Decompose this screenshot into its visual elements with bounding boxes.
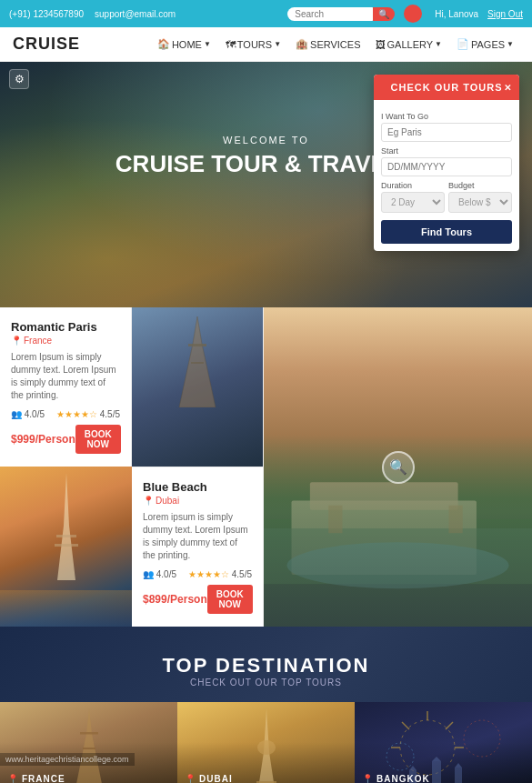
dest-name-france: 📍 FRANCE — [7, 774, 65, 783]
search-wrap[interactable]: 🔍 — [287, 7, 395, 21]
gear-settings-icon[interactable]: ⚙ — [9, 69, 29, 89]
pin-icon: 📍 — [143, 496, 154, 506]
sign-out-link[interactable]: Sign Out — [487, 9, 523, 19]
svg-line-25 — [446, 722, 453, 729]
duration-label: Duration — [381, 181, 445, 190]
dest-card-dubai[interactable]: 📍 DUBAI $999 — [177, 702, 355, 783]
chevron-down-icon: ▼ — [204, 40, 211, 48]
nav-home[interactable]: 🏠 HOME ▼ — [152, 35, 216, 54]
dest-card-bangkok[interactable]: 📍 BANGKOK $699 — [355, 702, 532, 783]
duration-select[interactable]: 2 Day 3 Day 5 Day — [381, 192, 445, 213]
chevron-down-icon: ▼ — [274, 40, 281, 48]
destination-grid: www.heritagechristiancollege.com 📍 FRANC… — [0, 702, 532, 783]
avatar — [404, 5, 422, 23]
home-icon: 🏠 — [157, 38, 170, 50]
nav-services[interactable]: 🏨 SERVICES — [290, 35, 366, 54]
start-date-input[interactable] — [381, 157, 512, 176]
top-bar-left: (+91) 1234567890 support@email.com — [9, 9, 176, 19]
chevron-down-icon: ▼ — [435, 40, 442, 48]
tour-card-burj-image — [0, 467, 132, 627]
reviews-paris: 👥 4.0/5 — [11, 409, 45, 419]
want-to-go-label: I Want To Go — [381, 112, 512, 121]
search-input[interactable] — [287, 7, 378, 21]
reviews-beach: 👥 4.0/5 — [143, 569, 176, 579]
svg-marker-32 — [432, 757, 441, 761]
svg-line-26 — [402, 722, 409, 729]
fireworks-illustration — [355, 702, 532, 783]
nav-gallery[interactable]: 🖼 GALLERY ▼ — [370, 35, 447, 54]
france-tower-illustration — [71, 707, 107, 783]
pin-icon: 📍 — [362, 774, 374, 783]
find-tours-button[interactable]: Find Tours — [381, 220, 512, 244]
top-bar: (+91) 1234567890 support@email.com 🔍 Hi,… — [0, 0, 532, 27]
rating-row-beach: 👥 4.0/5 ★★★★☆ 4.5/5 — [143, 569, 252, 579]
destination-section: TOP DESTINATION CHECK OUT OUR TOP TOURS … — [0, 627, 532, 783]
tour-title-paris: Romantic Paris — [11, 320, 120, 334]
services-icon: 🏨 — [296, 38, 308, 50]
pages-icon: 📄 — [457, 38, 469, 50]
search-button[interactable]: 🔍 — [373, 7, 395, 21]
destination-title: TOP DESTINATION — [0, 654, 532, 678]
destination-input[interactable] — [381, 123, 512, 142]
dest-card-france[interactable]: www.heritagechristiancollege.com 📍 FRANC… — [0, 702, 177, 783]
navbar: CRUISE 🏠 HOME ▼ 🗺 TOURS ▼ 🏨 SERVICES 🖼 G… — [0, 27, 532, 62]
svg-marker-30 — [409, 766, 417, 770]
svg-marker-15 — [76, 708, 102, 783]
top-bar-right: 🔍 Hi, Lanova Sign Out — [287, 5, 523, 23]
destination-subtitle: CHECK OUT OUR TOP TOURS — [0, 678, 532, 688]
price-paris: $999/Person — [11, 433, 75, 446]
search-zoom-icon[interactable]: 🔍 — [382, 451, 415, 484]
tour-location-beach: 📍 Dubai — [143, 496, 252, 506]
svg-rect-2 — [188, 344, 206, 346]
tour-location-paris: 📍 France — [11, 336, 120, 346]
dest-name-dubai: 📍 DUBAI — [185, 774, 233, 783]
tour-box-body: I Want To Go Start Duration 2 Day 3 Day … — [374, 100, 519, 251]
book-now-paris[interactable]: BOOK NOW — [75, 425, 121, 454]
tour-desc-beach: Lorem ipsum is simply dummy text. Lorem … — [143, 511, 252, 562]
nav-pages[interactable]: 📄 PAGES ▼ — [451, 35, 519, 54]
svg-point-22 — [464, 720, 500, 757]
svg-rect-33 — [455, 768, 462, 783]
svg-point-19 — [257, 740, 276, 755]
hero-section: ⚙ WELCOME TO CRUISE TOUR & TRAVELS CHECK… — [0, 62, 532, 307]
tours-grid: Romantic Paris 📍 France Lorem Ipsum is s… — [0, 307, 532, 627]
svg-rect-17 — [83, 748, 95, 749]
close-icon[interactable]: ✕ — [504, 83, 512, 93]
nav-tours[interactable]: 🗺 TOURS ▼ — [220, 35, 286, 54]
dubai-tower-illustration — [249, 707, 284, 783]
watermark: www.heritagechristiancollege.com — [0, 753, 135, 766]
svg-rect-3 — [191, 362, 204, 364]
people-icon: 👥 — [11, 409, 22, 419]
tour-title-beach: Blue Beach — [143, 480, 252, 494]
budget-select[interactable]: Below $500 $500-$1000 Above $1000 — [448, 192, 512, 213]
user-name: Hi, Lanova — [435, 9, 478, 19]
people-icon: 👥 — [143, 569, 154, 579]
price-row-paris: $999/Person BOOK NOW — [11, 425, 120, 454]
phone-number: (+91) 1234567890 — [9, 9, 84, 19]
tour-big-image: 🔍 — [264, 307, 532, 627]
rating-row-paris: 👥 4.0/5 ★★★★☆ 4.5/5 — [11, 409, 120, 419]
pin-icon: 📍 — [185, 774, 196, 783]
stars-beach: ★★★★☆ 4.5/5 — [188, 569, 252, 579]
dest-name-bangkok: 📍 BANGKOK — [362, 774, 430, 783]
tour-card-blue-beach: Blue Beach 📍 Dubai Lorem ipsum is simply… — [132, 467, 264, 627]
map-icon: 🗺 — [226, 39, 236, 50]
start-label: Start — [381, 146, 512, 156]
price-beach: $899/Person — [143, 593, 207, 606]
tour-image-paris — [132, 307, 264, 467]
svg-rect-13 — [55, 544, 78, 547]
nav-links: 🏠 HOME ▼ 🗺 TOURS ▼ 🏨 SERVICES 🖼 GALLERY … — [152, 35, 519, 54]
eiffel-tower-illustration — [175, 316, 220, 407]
dest-info-france: 📍 FRANCE $499 — [7, 774, 65, 783]
brand-logo: CRUISE — [13, 35, 80, 54]
pin-icon: 📍 — [11, 336, 22, 346]
svg-rect-16 — [80, 732, 98, 735]
svg-rect-31 — [432, 761, 441, 783]
tour-desc-paris: Lorem Ipsum is simply dummy text. Lorem … — [11, 351, 120, 402]
stars-paris: ★★★★☆ 4.5/5 — [56, 409, 120, 419]
dest-info-dubai: 📍 DUBAI $999 — [185, 774, 233, 783]
book-now-beach[interactable]: BOOK NOW — [207, 585, 253, 614]
gallery-icon: 🖼 — [376, 39, 386, 50]
burj-tower-illustration — [44, 471, 89, 580]
tour-box-header: CHECK OUR TOURS ✕ — [374, 75, 519, 100]
